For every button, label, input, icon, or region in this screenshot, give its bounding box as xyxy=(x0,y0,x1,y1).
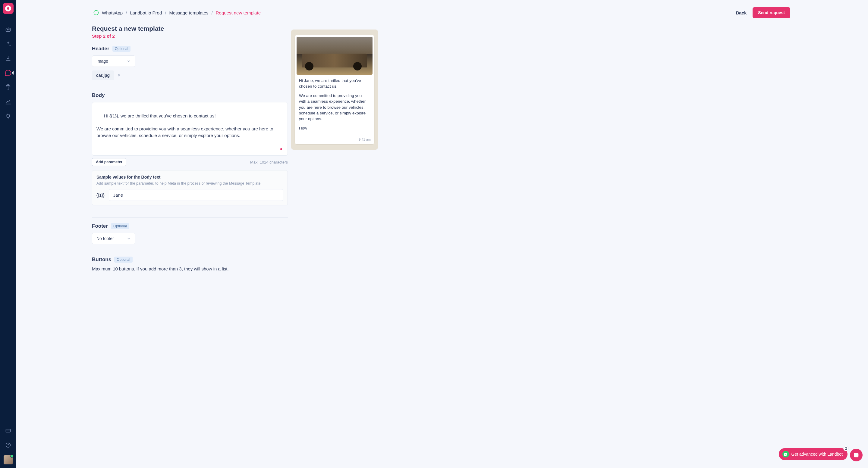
preview-image xyxy=(297,37,373,75)
chevron-down-icon xyxy=(127,236,131,241)
preview-line: Hi Jane, we are thrilled that you've cho… xyxy=(299,78,370,89)
whatsapp-icon[interactable] xyxy=(4,69,12,76)
preview-panel: Hi Jane, we are thrilled that you've cho… xyxy=(291,30,378,150)
char-count: Max. 1024 characters xyxy=(250,160,288,164)
sample-values-box: Sample values for the Body text Add samp… xyxy=(92,170,288,205)
sample-desc: Add sample text for the parameter, to he… xyxy=(96,181,283,186)
page-title: Request a new template xyxy=(92,25,288,32)
footer-select[interactable]: No footer xyxy=(92,233,135,244)
sample-title: Sample values for the Body text xyxy=(96,175,283,179)
preview-line: How xyxy=(299,125,370,131)
error-dot-icon xyxy=(280,148,282,150)
optional-badge: Optional xyxy=(111,223,129,229)
optional-badge: Optional xyxy=(113,46,131,52)
whatsapp-breadcrumb-icon xyxy=(93,10,99,15)
svg-rect-0 xyxy=(6,28,10,31)
sample-value-input[interactable] xyxy=(109,189,284,201)
svg-point-1 xyxy=(7,30,7,30)
body-textarea[interactable]: Hi {{1}}, we are thrilled that you've ch… xyxy=(92,102,288,156)
preview-card: Hi Jane, we are thrilled that you've cho… xyxy=(295,35,374,144)
section-footer: Footer Optional No footer xyxy=(92,223,288,244)
svg-point-2 xyxy=(9,30,9,30)
breadcrumb-item[interactable]: WhatsApp xyxy=(102,10,123,15)
page-header: WhatsApp / Landbot.io Prod / Message tem… xyxy=(93,7,456,18)
sparkle-icon[interactable] xyxy=(4,40,12,47)
breadcrumb: WhatsApp / Landbot.io Prod / Message tem… xyxy=(93,10,261,15)
logo[interactable] xyxy=(3,3,13,14)
step-indicator: Step 2 of 2 xyxy=(92,33,288,38)
header-type-select[interactable]: Image xyxy=(92,56,135,67)
breadcrumb-item[interactable]: Message templates xyxy=(169,10,208,15)
download-icon[interactable] xyxy=(4,55,12,62)
remove-file-button[interactable] xyxy=(117,73,121,77)
main-content: Request a new template Step 2 of 2 Heade… xyxy=(92,25,288,244)
section-title-header: Header xyxy=(92,46,110,52)
analytics-icon[interactable] xyxy=(4,98,12,105)
preview-line: We are committed to providing you with a… xyxy=(299,93,370,122)
section-title-footer: Footer xyxy=(92,223,108,229)
section-header: Header Optional Image car.jpg xyxy=(92,46,288,87)
sidebar xyxy=(0,0,16,244)
file-chip: car.jpg xyxy=(92,70,114,80)
bot-icon[interactable] xyxy=(4,26,12,33)
param-label: {{1}} xyxy=(96,193,104,198)
breadcrumb-current: Request new template xyxy=(216,10,261,15)
add-parameter-button[interactable]: Add parameter xyxy=(92,158,126,166)
breadcrumb-item[interactable]: Landbot.io Prod xyxy=(130,10,162,15)
section-title-body: Body xyxy=(92,93,105,98)
section-body: Body Hi {{1}}, we are thrilled that you'… xyxy=(92,93,288,218)
preview-timestamp: 9:41 am xyxy=(297,138,373,141)
integrations-icon[interactable] xyxy=(4,113,12,120)
chevron-down-icon xyxy=(127,59,131,63)
broadcast-icon[interactable] xyxy=(4,84,12,91)
